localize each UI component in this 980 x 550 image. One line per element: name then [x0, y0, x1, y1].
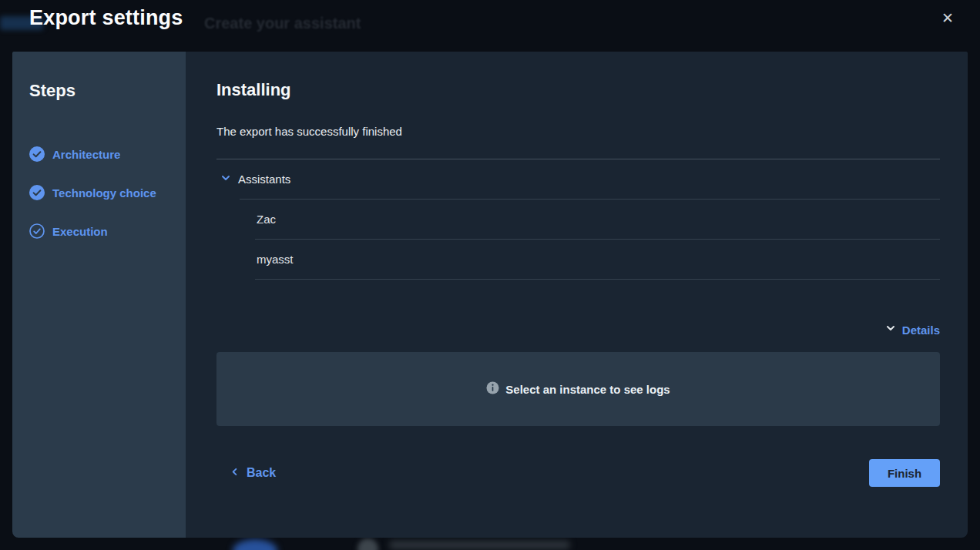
background-gray-avatar: [357, 538, 378, 550]
assistant-rows: Zac myasst: [216, 200, 940, 280]
chevron-left-icon: [230, 467, 240, 479]
sidebar-step-execution[interactable]: Execution: [29, 212, 176, 250]
details-label: Details: [902, 324, 940, 337]
sidebar-step-technology-choice[interactable]: Technology choice: [29, 173, 176, 212]
page-title: Export settings: [29, 6, 183, 30]
export-progress-bar: [590, 129, 940, 133]
assistants-group-label: Assistants: [238, 173, 290, 186]
export-status-row: The export has successfully finished: [216, 125, 940, 159]
check-circle-filled-icon: [29, 185, 45, 200]
assistants-group-toggle[interactable]: Assistants: [216, 159, 940, 199]
assistant-name: Zac: [216, 213, 630, 226]
export-settings-dialog: Steps Architecture Technology choice Exe…: [12, 52, 968, 538]
logs-placeholder-panel: Select an instance to see logs: [216, 352, 940, 426]
background-blue-circle: [233, 539, 277, 550]
logs-placeholder-text: Select an instance to see logs: [505, 383, 670, 396]
sidebar-title: Steps: [29, 81, 176, 101]
info-icon: [486, 381, 499, 397]
step-label: Execution: [52, 225, 108, 238]
back-button[interactable]: Back: [216, 466, 276, 480]
assistant-row[interactable]: Zac: [216, 200, 940, 239]
dialog-footer: Back Finish: [216, 459, 940, 487]
main-panel: Installing The export has successfully f…: [186, 52, 968, 538]
modal-header: Export settings ✕: [0, 0, 980, 52]
steps-sidebar: Steps Architecture Technology choice Exe…: [12, 52, 186, 538]
step-title: Installing: [216, 80, 940, 100]
assistant-name: myasst: [216, 253, 630, 266]
assistant-row[interactable]: myasst: [216, 240, 940, 279]
divider: [255, 279, 940, 280]
chevron-down-icon: [220, 173, 231, 186]
details-toggle[interactable]: Details: [216, 323, 940, 337]
finish-button[interactable]: Finish: [869, 459, 940, 487]
steps-list: Architecture Technology choice Execution: [29, 135, 176, 250]
assistant-progress-bar: [630, 217, 940, 221]
check-circle-filled-icon: [29, 146, 45, 162]
export-status-text: The export has successfully finished: [216, 125, 590, 138]
back-label: Back: [247, 466, 276, 480]
step-label: Architecture: [52, 148, 120, 161]
step-label: Technology choice: [52, 186, 156, 200]
sidebar-step-architecture[interactable]: Architecture: [29, 135, 176, 173]
close-icon[interactable]: ✕: [941, 11, 954, 25]
assistant-progress-bar: [630, 257, 940, 261]
chevron-down-icon: [885, 323, 896, 337]
background-blurred-text: [389, 541, 570, 549]
check-circle-outline-icon: [29, 223, 45, 239]
